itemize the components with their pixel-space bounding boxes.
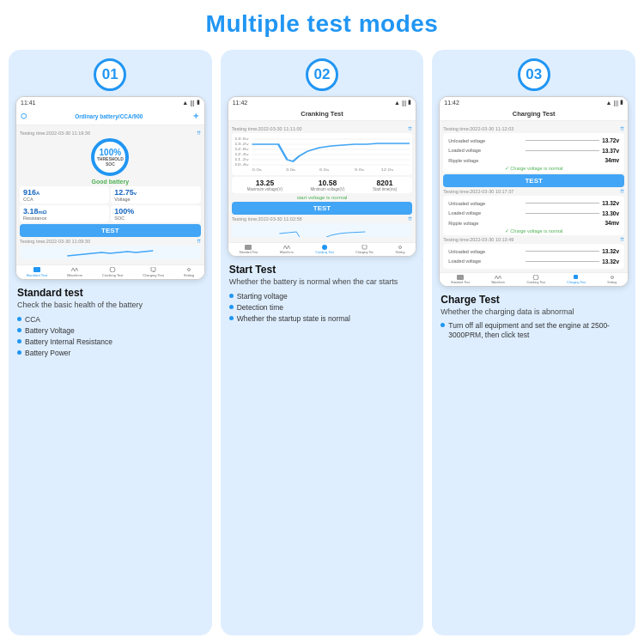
nav-cranking-test[interactable]: Cranking Test — [102, 267, 123, 277]
small-chart-1 — [20, 246, 201, 259]
add-icon[interactable]: ＋ — [191, 110, 200, 122]
nav2-charging-test[interactable]: Charging Tes — [355, 245, 374, 254]
nav2-waveform[interactable]: Waveform — [280, 245, 294, 254]
wifi-icon-3: ▲ — [606, 100, 612, 106]
stat-voltage-label: Voltage — [114, 197, 197, 202]
card-1-desc: Standard test Check the basic health of … — [15, 287, 205, 359]
nav-charging-test[interactable]: Charging Test — [143, 267, 164, 277]
charge-val-h2-unloaded: 13.32v — [602, 248, 619, 254]
bullet-2-0: Starting voltage — [229, 291, 416, 302]
svg-text:12.8v: 12.8v — [234, 147, 249, 150]
card-2-phone: 11:42 ▲ ||| ▮ Cranking Test Testing time… — [228, 96, 417, 257]
charge-val-h1-ripple: 34mv — [605, 220, 619, 226]
card-3-subtitle: Whether the charging data is abnormal — [440, 307, 627, 318]
card-1-bullets: CCA Battery Voltage Battery Internal Res… — [17, 314, 204, 359]
charge-line-h1-3 — [526, 222, 602, 223]
battery-icon-3: ▮ — [620, 99, 623, 106]
svg-rect-22 — [245, 245, 252, 250]
svg-rect-2 — [151, 267, 155, 271]
share-icon-6[interactable]: ⇈ — [620, 189, 624, 194]
nav-standard-test[interactable]: Standard Test — [26, 267, 47, 277]
bluetooth-icon: ⬡ — [21, 112, 27, 120]
cranking-stats: 13.25 Maximum voltage(V) 10.58 Minimum v… — [232, 177, 413, 193]
cranking-chart: 13.6v 13.2v 12.8v 12.4v 11.2v 10.4v — [234, 136, 410, 172]
card-1-phone: 11:41 ▲ ||| ▮ ⬡ Ordinary battery/CCA/900… — [15, 96, 205, 280]
charge-normal-1: ✓ Charge voltage is normal — [446, 166, 622, 171]
cranking-test-icon — [109, 267, 116, 272]
card-2-desc: Start Test Whether the battery is normal… — [228, 264, 417, 325]
signal-icon-2: ||| — [402, 100, 406, 106]
card-3-phone: 11:42 ▲ ||| ▮ Charging Test Testing time… — [439, 96, 629, 287]
bullet-dot — [229, 305, 234, 309]
nav2-cranking-test[interactable]: Cranking Test — [315, 245, 333, 254]
card-3-bullets: Turn off all equipment and set the engin… — [440, 320, 627, 341]
phone-1-time: 11:41 — [21, 100, 36, 106]
share-icon-3[interactable]: ⇈ — [408, 126, 412, 131]
nav3-standard-test[interactable]: Standard Test — [451, 275, 470, 284]
nav3-charging-test[interactable]: Charging Test — [567, 275, 586, 284]
phone-2-status: 11:42 ▲ ||| ▮ — [228, 97, 416, 107]
card-3-desc: Charge Test Whether the charging data is… — [439, 294, 629, 342]
svg-text:6.0s: 6.0s — [319, 168, 330, 172]
cranking-test-icon-3 — [532, 275, 539, 280]
nav2-setting[interactable]: Setting — [396, 245, 405, 254]
card-3-number: 03 — [518, 58, 550, 91]
svg-point-23 — [322, 245, 327, 250]
bullet-dot — [17, 328, 21, 332]
svg-text:12.4v: 12.4v — [234, 152, 249, 155]
charge-row-h1-ripple: Ripple voltage 34mv — [446, 219, 622, 228]
signal-icon-3: ||| — [614, 100, 618, 106]
phone-2-time-label: Testing time:2022-03-30 11:11:00 ⇈ — [232, 126, 413, 131]
bullet-dot — [229, 294, 234, 298]
standard-test-icon — [33, 267, 40, 272]
share-icon-2[interactable]: ⇈ — [197, 239, 201, 244]
stat-voltage-unit: v — [134, 191, 137, 196]
svg-rect-0 — [33, 267, 40, 272]
phone-2-body: Testing time:2022-03-30 11:11:00 ⇈ 13.6v… — [228, 121, 416, 242]
phone-2-time2: Testing time:2022-03-30 11:02:58 ⇈ — [232, 216, 413, 222]
battery-circle: 100% THRESHOLD SOC — [91, 138, 129, 176]
nav-waveform[interactable]: Waveform — [67, 267, 82, 277]
phone-3-header-label: Charging Test — [444, 110, 623, 118]
charge-row-h2-loaded: Loaded voltage 13.32v — [446, 257, 622, 265]
charge-lbl-h1-unloaded: Unloaded voltage — [448, 201, 522, 206]
share-icon-5[interactable]: ⇈ — [620, 126, 624, 131]
share-icon[interactable]: ⇈ — [197, 131, 201, 136]
nav-setting[interactable]: Setting — [184, 267, 194, 277]
nav3-cranking-test[interactable]: Cranking Test — [526, 275, 544, 284]
card-1-title: Standard test — [17, 287, 204, 299]
nav3-waveform[interactable]: Waveform — [491, 275, 505, 284]
phone-3-body: Testing time:2022-03-30 11:12:03 ⇈ Unloa… — [440, 121, 628, 272]
charge-section-2: Unloaded voltage 13.32v Loaded voltage 1… — [443, 196, 624, 235]
nav2-standard-test[interactable]: Standard Test — [240, 245, 258, 254]
svg-text:13.6v: 13.6v — [234, 137, 249, 140]
stat-soc-label: SOC — [114, 216, 197, 221]
charge-lbl-h1-ripple: Ripple voltage — [448, 221, 524, 226]
charge-row-ripple: Ripple voltage 34mv — [446, 156, 622, 165]
stat-voltage: 12.75v Voltage — [111, 186, 200, 204]
phone-2-status-icons: ▲ ||| ▮ — [394, 99, 411, 106]
charging-test-icon-2 — [361, 245, 368, 250]
phone-1-time2: Testing time:2022-03-30 11:09:30 ⇈ — [20, 239, 201, 244]
phone-2-nav: Standard Test Waveform Cranking Test Cha… — [228, 242, 416, 256]
stat-soc-val: 100% — [114, 207, 134, 216]
test-btn-2[interactable]: TEST — [232, 202, 413, 215]
test-btn-3[interactable]: TEST — [443, 174, 624, 187]
good-battery-label: Good battery — [20, 179, 201, 185]
svg-point-4 — [187, 269, 190, 271]
test-btn-1[interactable]: TEST — [20, 224, 201, 237]
nav3-setting[interactable]: Setting — [607, 275, 617, 284]
charge-row-h2-unloaded: Unloaded voltage 13.32v — [446, 247, 622, 256]
card-1: 01 11:41 ▲ ||| ▮ ⬡ Ordinary battery/CCA/… — [9, 50, 212, 635]
waveform-icon-3 — [495, 275, 501, 280]
charge-normal-2: ✓ Charge voltage is normal — [446, 228, 622, 234]
svg-rect-3 — [153, 271, 155, 272]
waveform-icon — [71, 267, 78, 272]
share-icon-7[interactable]: ⇈ — [620, 237, 624, 242]
cstat-min-val: 10.58 — [311, 179, 345, 187]
card-2: 02 11:42 ▲ ||| ▮ Cranking Test Testing t… — [221, 50, 424, 635]
share-icon-4[interactable]: ⇈ — [408, 216, 412, 222]
phone-3-status-icons: ▲ ||| ▮ — [606, 99, 623, 106]
wifi-icon-2: ▲ — [394, 100, 400, 106]
bullet-3-0: Turn off all equipment and set the engin… — [440, 320, 627, 341]
